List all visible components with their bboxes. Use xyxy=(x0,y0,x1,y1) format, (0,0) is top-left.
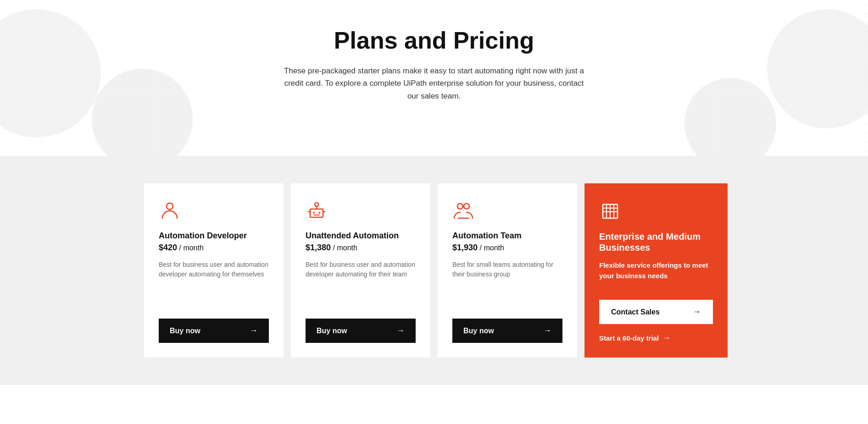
trial-link[interactable]: Start a 60-day trial → xyxy=(599,333,713,343)
person-icon xyxy=(159,200,181,222)
hero-content: Plans and Pricing These pre-packaged sta… xyxy=(250,28,618,102)
svg-point-4 xyxy=(313,212,315,214)
pricing-card-enterprise: Enterprise and Medium Businesses Flexibl… xyxy=(584,183,728,358)
svg-point-9 xyxy=(457,204,463,209)
contact-sales-button[interactable]: Contact Sales → xyxy=(599,300,713,324)
hero-section: Plans and Pricing These pre-packaged sta… xyxy=(0,0,868,156)
building-icon xyxy=(599,200,621,222)
hero-subtitle: These pre-packaged starter plans make it… xyxy=(278,65,590,102)
plan-price-developer: $420 / month xyxy=(159,243,269,253)
svg-point-10 xyxy=(464,204,469,209)
plan-name-enterprise: Enterprise and Medium Businesses xyxy=(599,231,713,253)
plan-description-enterprise: Flexible service offerings to meet your … xyxy=(599,260,713,287)
pricing-card-automation-developer: Automation Developer $420 / month Best f… xyxy=(144,183,284,358)
buy-now-button-developer[interactable]: Buy now → xyxy=(159,319,269,343)
pricing-card-team: Automation Team $1,930 / month Best for … xyxy=(438,183,577,358)
bg-shape-left2 xyxy=(92,69,193,156)
plan-description-developer: Best for business user and automation de… xyxy=(159,260,269,306)
bg-shape-right xyxy=(767,9,868,128)
plan-name-unattended: Unattended Automation xyxy=(306,231,416,241)
robot-icon xyxy=(306,200,328,222)
pricing-grid: Automation Developer $420 / month Best f… xyxy=(140,183,728,358)
pricing-section: Automation Developer $420 / month Best f… xyxy=(0,156,868,385)
bg-shape-right2 xyxy=(684,78,776,156)
page-title: Plans and Pricing xyxy=(250,28,618,54)
team-icon xyxy=(452,200,474,222)
plan-price-team: $1,930 / month xyxy=(452,243,562,253)
buy-now-button-unattended[interactable]: Buy now → xyxy=(306,319,416,343)
svg-point-2 xyxy=(315,203,318,206)
bg-shape-left xyxy=(0,9,101,138)
plan-price-unattended: $1,380 / month xyxy=(306,243,416,253)
buy-now-button-team[interactable]: Buy now → xyxy=(452,319,562,343)
plan-name-developer: Automation Developer xyxy=(159,231,269,241)
pricing-card-unattended: Unattended Automation $1,380 / month Bes… xyxy=(291,183,430,358)
plan-description-unattended: Best for business user and automation de… xyxy=(306,260,416,306)
plan-name-team: Automation Team xyxy=(452,231,562,241)
svg-point-5 xyxy=(318,212,320,214)
svg-point-0 xyxy=(167,203,173,209)
plan-description-team: Best for small teams automating for thei… xyxy=(452,260,562,306)
svg-rect-1 xyxy=(310,209,323,217)
